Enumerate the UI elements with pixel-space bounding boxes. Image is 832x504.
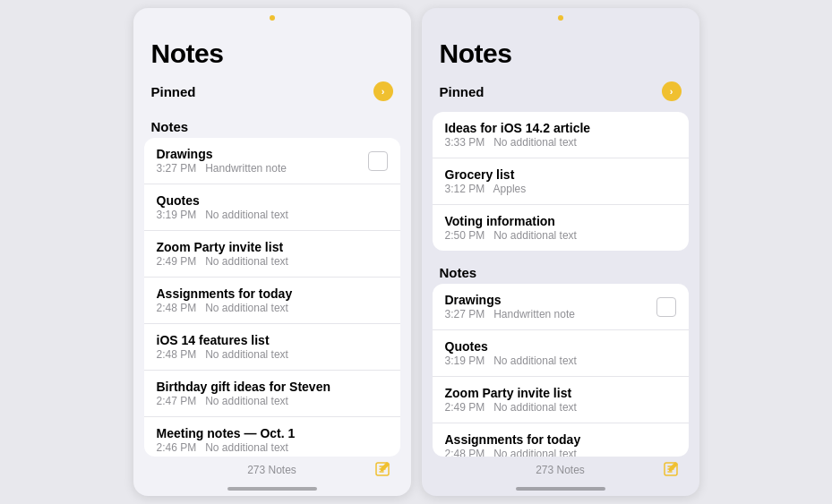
list-item[interactable]: Drawings 3:27 PM Handwritten note (433, 284, 689, 330)
note-title: Quotes (157, 193, 388, 208)
note-meta: 2:47 PM No additional text (157, 395, 388, 407)
note-meta: 2:50 PM No additional text (445, 229, 676, 242)
list-item[interactable]: Grocery list 3:12 PM Apples (433, 158, 689, 205)
compose-icon-right[interactable] (662, 460, 682, 480)
list-item[interactable]: Zoom Party invite list 2:49 PM No additi… (144, 231, 400, 278)
list-item[interactable]: Quotes 3:19 PM No additional text (433, 330, 689, 377)
list-item[interactable]: Meeting notes — Oct. 1 2:46 PM No additi… (144, 417, 400, 457)
note-title: Assignments for today (157, 286, 388, 301)
phones-container: Notes Pinned › Notes Drawings 3:27 PM Ha… (116, 8, 717, 496)
note-title: iOS 14 features list (157, 333, 388, 347)
note-meta: 3:19 PM No additional text (157, 209, 388, 221)
note-meta: 3:12 PM Apples (445, 183, 676, 195)
left-pinned-header: Pinned › (133, 76, 411, 107)
note-title: Zoom Party invite list (445, 386, 676, 400)
note-title: Grocery list (445, 167, 676, 182)
note-content: Quotes 3:19 PM No additional text (445, 339, 676, 367)
list-item[interactable]: Birthday gift ideas for Steven 2:47 PM N… (144, 371, 400, 417)
left-pinned-arrow[interactable]: › (373, 81, 393, 101)
left-pinned-label: Pinned (151, 84, 196, 99)
home-indicator-left (227, 487, 317, 491)
right-bottom-bar: 273 Notes (422, 457, 699, 483)
left-title: Notes (151, 38, 393, 69)
note-content: Drawings 3:27 PM Handwritten note (445, 293, 656, 320)
list-item[interactable]: Drawings 3:27 PM Handwritten note (144, 138, 400, 184)
note-content: iOS 14 features list 2:48 PM No addition… (157, 333, 388, 361)
left-phone: Notes Pinned › Notes Drawings 3:27 PM Ha… (133, 8, 411, 496)
list-item[interactable]: Assignments for today 2:48 PM No additio… (144, 278, 400, 324)
right-pinned-arrow[interactable]: › (662, 81, 682, 101)
note-title: Quotes (445, 339, 676, 354)
right-pinned-section: Ideas for iOS 14.2 article 3:33 PM No ad… (433, 112, 689, 251)
note-title: Zoom Party invite list (157, 240, 388, 254)
left-notes-label: Notes (133, 110, 411, 138)
note-meta: 3:27 PM Handwritten note (445, 308, 656, 320)
note-meta: 2:48 PM No additional text (157, 348, 388, 361)
note-title: Ideas for iOS 14.2 article (445, 121, 676, 135)
note-content: Assignments for today 2:48 PM No additio… (445, 432, 676, 457)
right-title: Notes (440, 38, 682, 69)
note-title: Birthday gift ideas for Steven (157, 380, 388, 394)
list-item[interactable]: Assignments for today 2:48 PM No additio… (433, 423, 689, 457)
list-item[interactable]: Voting information 2:50 PM No additional… (433, 205, 689, 251)
arrow-icon: › (382, 86, 385, 97)
arrow-icon-right: › (670, 86, 673, 97)
note-content: Assignments for today 2:48 PM No additio… (157, 286, 388, 314)
compose-icon-left[interactable] (373, 460, 393, 480)
note-title: Assignments for today (445, 432, 676, 447)
note-meta: 2:46 PM No additional text (157, 441, 388, 454)
right-notes-label: Notes (422, 256, 699, 284)
right-pinned-header: Pinned › (422, 76, 699, 107)
note-meta: 3:33 PM No additional text (445, 136, 676, 149)
right-notes-list: Drawings 3:27 PM Handwritten note Quotes… (433, 284, 689, 457)
note-content: Drawings 3:27 PM Handwritten note (157, 147, 368, 175)
checkbox-icon-right (656, 297, 676, 317)
note-title: Drawings (157, 147, 368, 161)
note-content: Zoom Party invite list 2:49 PM No additi… (445, 386, 676, 414)
note-meta: 2:48 PM No additional text (445, 448, 676, 457)
note-meta: 3:27 PM Handwritten note (157, 162, 368, 175)
note-title: Drawings (445, 293, 656, 307)
right-header: Notes (422, 21, 699, 76)
list-item[interactable]: Zoom Party invite list 2:49 PM No additi… (433, 377, 689, 423)
home-indicator-right (516, 487, 605, 491)
list-item[interactable]: iOS 14 features list 2:48 PM No addition… (144, 324, 400, 371)
note-title: Voting information (445, 214, 676, 228)
note-meta: 2:48 PM No additional text (157, 302, 388, 314)
note-meta: 2:49 PM No additional text (445, 401, 676, 414)
list-item[interactable]: Quotes 3:19 PM No additional text (144, 184, 400, 231)
note-content: Zoom Party invite list 2:49 PM No additi… (157, 240, 388, 268)
left-bottom-bar: 273 Notes (133, 457, 411, 483)
right-pinned-label: Pinned (440, 84, 485, 99)
note-title: Meeting notes — Oct. 1 (157, 426, 388, 440)
list-item[interactable]: Ideas for iOS 14.2 article 3:33 PM No ad… (433, 112, 689, 158)
note-content: Meeting notes — Oct. 1 2:46 PM No additi… (157, 426, 388, 454)
note-content: Birthday gift ideas for Steven 2:47 PM N… (157, 380, 388, 407)
checkbox-icon (368, 151, 388, 171)
note-meta: 2:49 PM No additional text (157, 255, 388, 268)
left-notes-list: Drawings 3:27 PM Handwritten note Quotes… (144, 138, 400, 457)
right-phone: Notes Pinned › Ideas for iOS 14.2 articl… (422, 8, 699, 496)
right-note-count: 273 Notes (536, 464, 585, 476)
left-note-count: 273 Notes (247, 464, 296, 476)
left-header: Notes (133, 21, 411, 76)
note-content: Quotes 3:19 PM No additional text (157, 193, 388, 221)
note-meta: 3:19 PM No additional text (445, 355, 676, 367)
